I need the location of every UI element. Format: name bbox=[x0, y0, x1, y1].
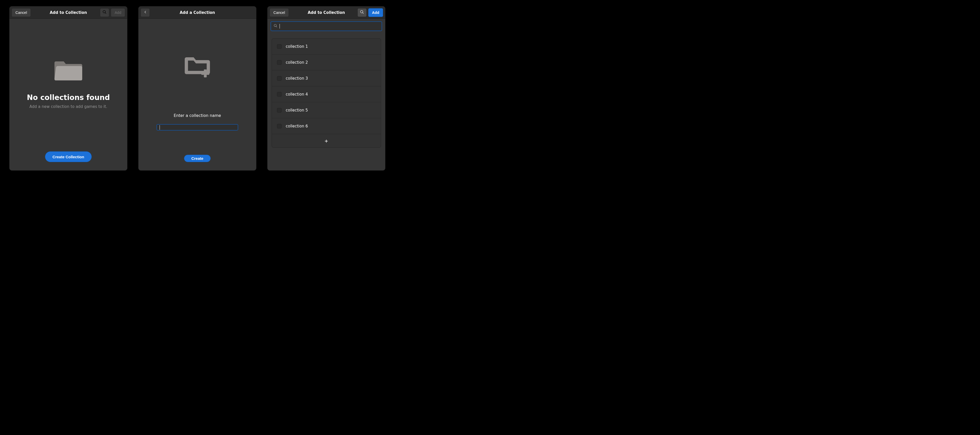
list-item-label: collection 6 bbox=[286, 124, 308, 129]
list-item-label: collection 2 bbox=[286, 60, 308, 65]
chevron-left-icon bbox=[143, 10, 147, 14]
list-item-label: collection 5 bbox=[286, 108, 308, 113]
checkbox[interactable] bbox=[277, 60, 282, 65]
list-item[interactable]: collection 4 bbox=[272, 86, 381, 102]
empty-subtitle: Add a new collection to add games to it. bbox=[30, 104, 107, 109]
checkbox[interactable] bbox=[277, 108, 282, 113]
add-button[interactable]: Add bbox=[111, 8, 125, 17]
search-bar bbox=[267, 19, 385, 33]
list-item[interactable]: collection 5 bbox=[272, 102, 381, 118]
list-item[interactable]: collection 3 bbox=[272, 70, 381, 86]
plus-icon: ＋ bbox=[324, 138, 329, 143]
cancel-button[interactable]: Cancel bbox=[11, 8, 31, 17]
create-button[interactable]: Create bbox=[184, 155, 211, 162]
empty-title: No collections found bbox=[27, 93, 110, 102]
search-icon bbox=[102, 10, 107, 15]
search-input[interactable] bbox=[270, 21, 382, 31]
collections-list: collection 1 collection 2 collection 3 c… bbox=[272, 38, 381, 148]
headerbar: Cancel Add to Collection Add bbox=[267, 6, 385, 19]
search-icon bbox=[274, 24, 277, 29]
text-caret bbox=[280, 24, 280, 29]
content-area: Enter a collection name Create bbox=[138, 19, 256, 170]
folder-open-icon bbox=[53, 56, 84, 85]
search-button[interactable] bbox=[100, 8, 109, 17]
name-prompt-label: Enter a collection name bbox=[174, 113, 221, 118]
dialog-title: Add a Collection bbox=[138, 10, 256, 15]
headerbar: Cancel Add to Collection Add bbox=[10, 6, 127, 19]
add-collection-row[interactable]: ＋ bbox=[272, 134, 381, 148]
search-icon bbox=[360, 10, 364, 15]
content-area: collection 1 collection 2 collection 3 c… bbox=[267, 19, 385, 170]
add-button[interactable]: Add bbox=[368, 8, 383, 17]
checkbox[interactable] bbox=[277, 44, 282, 49]
headerbar: Add a Collection bbox=[138, 6, 256, 19]
list-item[interactable]: collection 6 bbox=[272, 118, 381, 134]
create-collection-button[interactable]: Create Collection bbox=[45, 151, 91, 162]
content-area: No collections found Add a new collectio… bbox=[10, 19, 127, 170]
empty-state: No collections found Add a new collectio… bbox=[10, 19, 127, 146]
list-item-label: collection 4 bbox=[286, 92, 308, 97]
search-button[interactable] bbox=[357, 8, 367, 17]
cancel-button[interactable]: Cancel bbox=[270, 8, 289, 17]
list-item-label: collection 1 bbox=[286, 44, 308, 49]
dialog-add-to-collection-empty: Cancel Add to Collection Add No collecti… bbox=[9, 6, 127, 170]
list-item[interactable]: collection 1 bbox=[272, 38, 381, 54]
checkbox[interactable] bbox=[277, 76, 282, 81]
back-button[interactable] bbox=[140, 8, 150, 17]
dialog-add-a-collection: Add a Collection Enter a collection name… bbox=[138, 6, 256, 170]
list-item-label: collection 3 bbox=[286, 76, 308, 81]
text-caret bbox=[159, 125, 160, 130]
collection-name-input[interactable] bbox=[156, 124, 238, 131]
new-folder-icon bbox=[183, 52, 212, 79]
list-item[interactable]: collection 2 bbox=[272, 54, 381, 70]
dialog-add-to-collection-list: Cancel Add to Collection Add collection … bbox=[267, 6, 385, 170]
checkbox[interactable] bbox=[277, 92, 282, 97]
checkbox[interactable] bbox=[277, 124, 282, 129]
svg-rect-1 bbox=[201, 72, 209, 75]
